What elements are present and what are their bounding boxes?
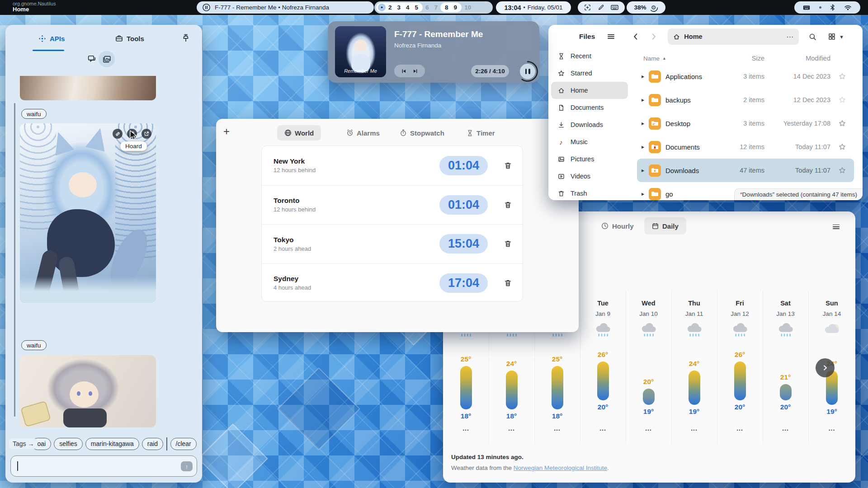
more-dots[interactable]: ... [717, 425, 763, 432]
expander-icon[interactable] [637, 98, 649, 102]
gallery-image-partial[interactable] [20, 76, 156, 100]
delete-clock-button[interactable] [504, 201, 512, 209]
clock-row[interactable]: Tokyo 2 hours ahead 15:04 [262, 224, 523, 263]
column-name[interactable]: Name [637, 55, 660, 62]
sidebar-item-trash[interactable]: Trash [548, 185, 631, 202]
workspace-button[interactable]: 4 [403, 4, 412, 11]
view-toggle-button[interactable] [828, 33, 843, 40]
workspace-button[interactable]: 6 [423, 4, 432, 11]
sidebar-item-downloads[interactable]: Downloads [548, 116, 631, 133]
sidebar-item-starred[interactable]: Starred [548, 65, 631, 82]
more-dots[interactable]: ... [671, 425, 717, 432]
more-dots[interactable]: ... [489, 425, 534, 432]
star-toggle[interactable] [830, 120, 854, 127]
more-dots[interactable]: ... [763, 425, 808, 432]
column-modified[interactable]: Modified [764, 55, 830, 62]
add-clock-button[interactable] [223, 126, 230, 137]
workspace-button[interactable]: 8 [442, 4, 451, 11]
tab-stopwatch[interactable]: Stopwatch [400, 125, 444, 141]
workspace-current[interactable] [378, 4, 386, 11]
gallery-image[interactable] [20, 355, 156, 427]
workspace-button[interactable]: 10 [462, 4, 474, 11]
sidebar-item-recent[interactable]: Recent [548, 47, 631, 65]
keyboard-icon[interactable] [611, 5, 618, 10]
more-dots[interactable]: ... [443, 425, 489, 432]
more-dots[interactable]: ... [534, 425, 580, 432]
path-bar[interactable]: Home [668, 28, 799, 45]
file-row-selected[interactable]: Downloads 47 items Today 11:07 [637, 159, 854, 182]
workspace-button[interactable]: 2 [386, 4, 395, 11]
gallery-scrollbar[interactable] [14, 103, 15, 417]
prompt-input[interactable] [10, 455, 197, 477]
file-row[interactable]: Documents 12 items Today 11:07 [637, 135, 854, 159]
search-button[interactable] [809, 33, 816, 41]
file-row[interactable]: backups 2 items 12 Dec 2023 [637, 88, 854, 112]
previous-track-button[interactable] [401, 69, 406, 74]
tab-hourly[interactable]: Hourly [601, 217, 634, 235]
view-options-caret-icon[interactable] [840, 33, 843, 40]
focused-app[interactable]: org.gnome.Nautilus Home [13, 1, 56, 13]
screenshot-icon[interactable] [584, 4, 591, 11]
forward-button[interactable] [650, 33, 658, 41]
tab-timer[interactable]: Timer [467, 125, 495, 141]
star-toggle[interactable] [830, 96, 854, 103]
battery-pill[interactable]: 38% ⚙ [627, 1, 665, 14]
sidebar-item-pictures[interactable]: Pictures [548, 150, 631, 168]
clock-row[interactable]: New York 12 hours behind 01:04 [262, 146, 523, 185]
sidebar-item-videos[interactable]: Videos [548, 168, 631, 185]
copy-link-button[interactable] [113, 129, 123, 139]
clock-pill[interactable]: 13:04 Friday, 05/01 [496, 1, 571, 14]
media-indicator[interactable]: F-777 - Remember Me • Nofreza Firnanda [197, 1, 374, 14]
more-dots[interactable]: ... [808, 425, 855, 432]
more-dots[interactable]: ... [580, 425, 626, 432]
workspace-button[interactable]: 3 [395, 4, 404, 11]
clock-row[interactable]: Toronto 12 hours behind 01:04 [262, 185, 523, 225]
star-toggle[interactable] [830, 167, 854, 174]
star-toggle[interactable] [830, 73, 854, 80]
path-menu-icon[interactable] [786, 33, 793, 41]
weather-day-column[interactable]: Wed Jan 10 20° 19° ... [626, 288, 671, 442]
pen-icon[interactable] [598, 4, 604, 11]
next-track-button[interactable] [413, 69, 418, 74]
file-row[interactable]: Applications 3 items 14 Dec 2023 [637, 65, 854, 88]
play-pause-button[interactable] [517, 61, 538, 82]
more-dots[interactable]: ... [626, 425, 671, 432]
weather-day-column[interactable]: Tue Jan 9 26° 20° ... [580, 288, 626, 442]
tag-chip[interactable]: marin-kitagawa [85, 438, 139, 450]
expander-icon[interactable] [637, 145, 649, 149]
column-size[interactable]: Size [717, 55, 764, 62]
workspace-button[interactable]: 9 [451, 4, 460, 11]
expander-icon[interactable] [637, 75, 649, 79]
list-column-headers[interactable]: Name ▲ Size Modified [637, 53, 854, 64]
files-menu-button[interactable] [608, 33, 614, 40]
tag-chip[interactable]: selfies [54, 438, 83, 450]
chat-view-button[interactable] [88, 55, 97, 64]
clock-row[interactable]: Sydney 4 hours ahead 17:04 [262, 263, 523, 302]
weather-day-column[interactable]: Sat Jan 13 21° 20° ... [763, 288, 808, 442]
sidebar-item-home[interactable]: Home [551, 82, 628, 99]
expander-icon[interactable] [637, 169, 649, 173]
tab-tools[interactable]: Tools [115, 35, 144, 42]
expander-icon[interactable] [637, 122, 649, 126]
workspace-button[interactable]: 7 [432, 4, 441, 11]
workspace-button[interactable]: 5 [412, 4, 421, 11]
sidebar-item-music[interactable]: Music [548, 133, 631, 150]
media-player-card[interactable]: Remember Me F-777 - Remember Me Nofreza … [328, 21, 539, 83]
file-row[interactable]: Desktop 3 items Yesterday 17:08 [637, 112, 854, 135]
tab-apis[interactable]: APIs [38, 35, 65, 42]
sidebar-item-documents[interactable]: Documents [548, 99, 631, 116]
scroll-next-button[interactable] [816, 358, 835, 377]
system-tray[interactable] [794, 1, 860, 14]
weather-menu-button[interactable] [833, 223, 840, 230]
tag-chip[interactable]: raid [142, 438, 163, 450]
back-button[interactable] [632, 33, 640, 41]
delete-clock-button[interactable] [504, 162, 512, 169]
weather-day-column[interactable]: Thu Jan 11 24° 19° ... [671, 288, 717, 442]
tab-world[interactable]: World [277, 125, 321, 141]
weather-day-column[interactable]: Fri Jan 12 26° 20° ... [717, 288, 763, 442]
source-link[interactable]: Norwegian Meteorological Institute [514, 465, 607, 471]
tab-daily[interactable]: Daily [644, 217, 686, 235]
expander-icon[interactable] [637, 192, 649, 196]
delete-clock-button[interactable] [504, 240, 512, 248]
tab-alarms[interactable]: Alarms [346, 125, 380, 141]
